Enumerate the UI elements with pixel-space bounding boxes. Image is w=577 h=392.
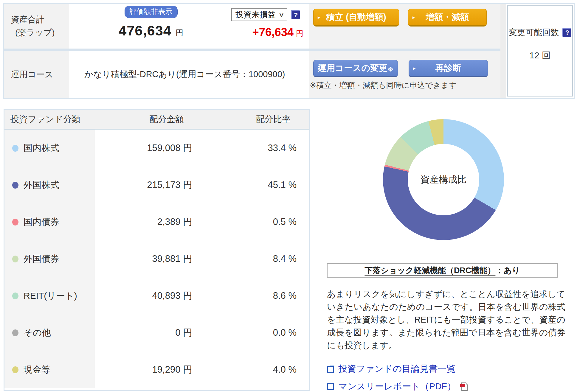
course-change-button-label: 運用コースの変更 <box>318 62 387 74</box>
table-row: REIT(リート) 40,893 円 8.6 % <box>4 277 309 314</box>
header-allocation-ratio: 配分比率 <box>256 113 291 125</box>
row-label-cell: 国内債券 <box>4 203 96 240</box>
header-fund-category: 投資ファンド分類 <box>10 113 80 125</box>
table-row: 現金等 19,290 円 4.0 % <box>4 351 309 388</box>
course-description: あまりリスクを気にしすぎずに、とことん収益性を追求していきたいあなたのためのコー… <box>327 288 565 352</box>
change-count-label: 変更可能回数 <box>509 27 559 38</box>
row-label-cell: 外国株式 <box>4 167 96 203</box>
ratio-cell: 8.6 % <box>195 277 309 314</box>
zougaku-button-label: 増額・減額 <box>426 11 469 23</box>
pl-select-row: 投資来損益 ∨ ? <box>231 8 308 21</box>
account-summary-section: 資産合計 (楽ラップ) 評価額非表示 476,634円 投資来損益 ∨ ? <box>3 3 575 99</box>
category-label: 現金等 <box>24 364 50 376</box>
tsumitate-button-label: 積立 (自動増額) <box>326 11 386 23</box>
section-divider <box>500 4 506 98</box>
category-color-dot <box>12 366 18 373</box>
arrow-right-icon: ▸ <box>412 14 415 20</box>
allocation-table-header: 投資ファンド分類 配分金額 配分比率 <box>4 110 309 130</box>
table-row: その他 0 円 0.0 % <box>4 314 309 351</box>
ratio-cell: 45.1 % <box>195 167 309 203</box>
chevron-down-icon: ∨ <box>278 11 284 18</box>
donut-center-label: 資産構成比 <box>408 144 479 215</box>
row-divider <box>4 49 500 51</box>
asset-composition-donut-chart: 資産構成比 <box>383 119 504 240</box>
ratio-cell: 4.0 % <box>195 351 309 388</box>
course-actions-cell: ▸ 運用コースの変更※ ▸ 再診断 ※積立・増額・減額も同時に申込できます <box>309 51 500 98</box>
course-change-button[interactable]: ▸ 運用コースの変更※ <box>313 60 398 77</box>
row-label-cell: REIT(リート) <box>4 277 96 314</box>
monthly-report-link-label: マンスリーレポート（PDF） <box>338 380 456 392</box>
category-color-dot <box>12 145 18 152</box>
total-assets-amount-row: 476,634円 <box>71 22 231 39</box>
ratio-cell: 33.4 % <box>195 130 309 167</box>
summary-grid: 資産合計 (楽ラップ) 評価額非表示 476,634円 投資来損益 ∨ ? <box>4 4 500 98</box>
zougaku-gengaku-button[interactable]: ▸ 増額・減額 <box>408 9 487 27</box>
amount-cell: 19,290 円 <box>96 351 195 388</box>
total-assets-label-cell: 資産合計 (楽ラップ) <box>4 4 69 49</box>
category-label: REIT(リート) <box>24 290 77 302</box>
total-assets-value-area: 評価額非表示 476,634円 <box>71 4 231 49</box>
amount-cell: 40,893 円 <box>96 277 195 314</box>
ratio-cell: 8.4 % <box>195 240 309 277</box>
hide-valuation-button[interactable]: 評価額非表示 <box>125 6 178 18</box>
arrow-right-icon: ▸ <box>413 65 416 71</box>
change-count-box: 変更可能回数 ? 12 回 <box>507 5 573 97</box>
profit-row: +76,634円 <box>231 26 308 39</box>
header-allocation-amount: 配分金額 <box>149 113 184 125</box>
course-change-button-suffix: ※ <box>387 66 393 73</box>
total-assets-value-cell: 評価額非表示 476,634円 投資来損益 ∨ ? +76,634円 <box>71 4 308 49</box>
row-label-cell: 外国債券 <box>4 240 96 277</box>
profit-value: +76,634 <box>252 26 294 38</box>
table-row: 国内債券 2,389 円 0.5 % <box>4 203 309 240</box>
category-label: 国内債券 <box>24 216 59 228</box>
table-row: 国内株式 159,008 円 33.4 % <box>4 130 309 167</box>
total-assets-unit: 円 <box>176 28 183 37</box>
drc-feature-box: 下落ショック軽減機能（DRC機能）：あり <box>327 263 558 278</box>
document-links: 投資ファンドの目論見書一覧 マンスリーレポート（PDF） <box>327 363 468 392</box>
table-row: 外国株式 215,173 円 45.1 % <box>4 167 309 203</box>
change-count-label-row: 変更可能回数 ? <box>509 27 571 38</box>
category-color-dot <box>12 329 18 336</box>
category-color-dot <box>12 182 18 189</box>
monthly-report-link[interactable]: マンスリーレポート（PDF） <box>327 380 468 392</box>
profit-unit: 円 <box>296 29 303 38</box>
amount-cell: 2,389 円 <box>96 203 195 240</box>
prospectus-link[interactable]: 投資ファンドの目論見書一覧 <box>327 363 468 375</box>
category-label: 外国債券 <box>24 253 59 265</box>
pl-period-select[interactable]: 投資来損益 ∨ <box>231 8 287 21</box>
total-assets-sublabel: (楽ラップ) <box>11 27 69 38</box>
amount-cell: 159,008 円 <box>96 130 195 167</box>
change-count-help-icon[interactable]: ? <box>562 28 571 37</box>
category-label: 国内株式 <box>24 142 59 154</box>
course-detail-panel: 資産構成比 下落ショック軽減機能（DRC機能）：あり あまりリスクを気にしすぎず… <box>310 107 577 392</box>
category-color-dot <box>12 293 18 299</box>
arrow-right-icon: ▸ <box>318 65 320 71</box>
prospectus-link-label: 投資ファンドの目論見書一覧 <box>338 363 456 375</box>
amount-cell: 215,173 円 <box>96 167 195 203</box>
profit-loss-area: 投資来損益 ∨ ? +76,634円 <box>231 4 308 49</box>
category-color-dot <box>12 256 18 262</box>
category-color-dot <box>12 219 18 225</box>
row-label-cell: 現金等 <box>4 351 96 388</box>
simultaneous-application-note: ※積立・増額・減額も同時に申込できます <box>310 80 457 91</box>
ratio-cell: 0.0 % <box>195 314 309 351</box>
fund-allocation-table: 投資ファンド分類 配分金額 配分比率 国内株式 159,008 円 33.4 %… <box>4 109 310 391</box>
course-value-cell: かなり積極型-DRCあり(運用コース番号：1000900) <box>71 51 308 98</box>
change-count-value: 12 回 <box>529 49 551 62</box>
category-label: 外国株式 <box>24 179 59 191</box>
amount-cell: 39,881 円 <box>96 240 195 277</box>
course-label-cell: 運用コース <box>4 51 69 98</box>
rediagnosis-button[interactable]: ▸ 再診断 <box>409 60 488 77</box>
pl-help-icon[interactable]: ? <box>291 10 300 19</box>
rediagnosis-button-label: 再診断 <box>435 62 461 74</box>
amount-cell: 0 円 <box>96 314 195 351</box>
tsumitate-button[interactable]: ▸ 積立 (自動増額) <box>313 9 399 27</box>
assets-actions-cell: ▸ 積立 (自動増額) ▸ 増額・減額 <box>309 4 500 49</box>
total-assets-amount: 476,634 <box>119 23 171 38</box>
total-assets-label: 資産合計 <box>11 14 69 25</box>
ratio-cell: 0.5 % <box>195 203 309 240</box>
category-label: その他 <box>24 327 51 339</box>
drc-feature-value: ：あり <box>495 265 520 276</box>
external-window-icon <box>327 383 334 390</box>
row-label-cell: 国内株式 <box>4 130 96 167</box>
